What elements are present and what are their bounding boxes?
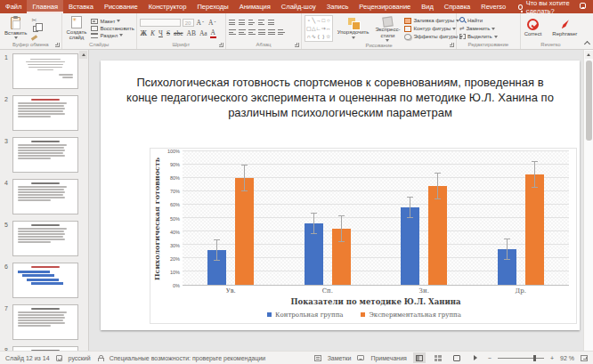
tab-рисование[interactable]: Рисование [99, 0, 143, 13]
quick-styles-button[interactable]: Экспресс-стили [373, 15, 402, 42]
zoom-slider-thumb[interactable] [533, 355, 536, 361]
slide-indicator[interactable]: Слайд 12 из 14 [5, 355, 50, 361]
layout-button[interactable]: Макет [91, 19, 134, 24]
line-spacing-button[interactable] [268, 20, 276, 27]
increase-font-icon[interactable]: Аˆ [196, 19, 206, 27]
find-button[interactable]: Найти [459, 17, 498, 23]
tab-файл[interactable]: Файл [0, 0, 27, 13]
dialog-launcher-icon[interactable] [295, 43, 299, 47]
star-shape-icon[interactable]: ☆ [326, 34, 330, 39]
notes-button[interactable]: Заметки [328, 355, 352, 361]
scrollbar-thumb[interactable] [586, 61, 592, 141]
oval-shape-icon[interactable]: ○ [327, 18, 330, 23]
right-brace-shape-icon[interactable]: } [322, 34, 324, 39]
slideshow-view-button[interactable] [469, 352, 482, 363]
tab-слайд-шоу[interactable]: Слайд-шоу [276, 0, 321, 13]
slide-thumbnail-8[interactable] [12, 346, 78, 351]
tell-me-search[interactable]: Что вы хотите сделать? [511, 0, 580, 13]
dialog-launcher-icon[interactable] [55, 43, 60, 47]
tab-запись[interactable]: Запись [321, 0, 354, 13]
bold-button[interactable]: Ж [140, 29, 148, 37]
reading-view-button[interactable] [451, 352, 463, 363]
strikethrough-abc-button[interactable]: abc [173, 29, 183, 37]
replace-button[interactable]: ⇄Заменить [459, 25, 498, 32]
tab-анимация[interactable]: Анимация [234, 0, 276, 13]
proofing-icon[interactable] [56, 355, 62, 361]
experimental-group-bar[interactable] [525, 174, 544, 286]
strikethrough-button[interactable]: S [166, 29, 171, 37]
tab-переходы[interactable]: Переходы [191, 0, 233, 13]
thumbnail-scroll-up[interactable] [79, 51, 87, 59]
reset-button[interactable]: Восстановить [91, 26, 134, 31]
bar-chart[interactable]: Психологическая готовность 0%10%20%30%40… [150, 148, 577, 324]
tab-главная[interactable]: Главная [27, 0, 63, 13]
bullets-button[interactable] [229, 20, 237, 27]
tab-вставка[interactable]: Вставка [63, 0, 99, 13]
shape-fill-button[interactable]: Заливка фигуры [404, 18, 463, 24]
slide-sorter-view-button[interactable] [432, 352, 444, 363]
slide-thumbnail-6[interactable] [12, 263, 78, 298]
select-shape-icon[interactable]: ▫ [308, 18, 310, 23]
control-group-bar[interactable] [401, 207, 419, 285]
reverso-correct-button[interactable]: Correct [523, 15, 544, 41]
zoom-level[interactable]: 92 % [560, 355, 574, 361]
columns-button[interactable] [268, 29, 276, 36]
slide-thumbnail-7[interactable] [12, 304, 78, 340]
scrollbar-up-button[interactable] [585, 51, 593, 59]
left-brace-shape-icon[interactable]: { [318, 34, 320, 39]
dialog-launcher-icon[interactable] [450, 43, 454, 47]
format-painter-icon[interactable] [31, 34, 37, 40]
font-color-button[interactable]: А [210, 28, 216, 38]
slide-thumbnail-3[interactable] [12, 137, 78, 173]
character-spacing-button[interactable]: АВ [185, 29, 196, 37]
underline-button[interactable]: Ч [158, 29, 164, 37]
editor-scrollbar[interactable] [583, 50, 593, 351]
comments-icon[interactable] [580, 3, 586, 9]
tab-конструктор[interactable]: Конструктор [143, 0, 192, 13]
align-right-button[interactable] [248, 29, 256, 36]
slide-thumbnail-2[interactable] [12, 95, 78, 131]
slide-thumbnail-5[interactable] [12, 221, 78, 256]
slide-editor-area[interactable]: Психологическая готовность спортсменов к… [89, 50, 593, 351]
current-slide-canvas[interactable]: Психологическая готовность спортсменов к… [101, 61, 580, 330]
section-button[interactable]: Раздел [91, 33, 134, 38]
slide-title[interactable]: Психологическая готовность спортсменов к… [124, 75, 556, 120]
arc-shape-icon[interactable]: ∩ [307, 34, 311, 39]
fit-to-window-icon[interactable] [581, 355, 588, 361]
align-center-button[interactable] [239, 29, 247, 36]
change-case-button[interactable]: Аа [199, 29, 208, 37]
accessibility-status[interactable]: Специальные возможности: проверьте реком… [110, 355, 266, 361]
shapes-gallery[interactable]: ▫╲→□○▢△∟⇒↔∩∿{}☆ [305, 15, 333, 42]
arrow-shape-icon[interactable]: → [316, 18, 321, 23]
left-right-arrow-shape-icon[interactable]: ↔ [326, 26, 331, 31]
arrange-button[interactable]: Упорядочить [336, 15, 371, 42]
dialog-launcher-icon[interactable] [219, 43, 223, 47]
zoom-out-button[interactable]: − [488, 355, 491, 361]
align-left-button[interactable] [229, 29, 237, 36]
rounded-rectangle-shape-icon[interactable]: ▢ [306, 26, 312, 31]
zoom-in-button[interactable]: + [550, 355, 554, 361]
justify-button[interactable] [258, 29, 266, 36]
tab-рецензирование[interactable]: Рецензирование [353, 0, 416, 13]
chart-plot-area[interactable] [183, 151, 569, 286]
slide-thumbnail-4[interactable] [12, 179, 78, 214]
slide-thumbnail-panel[interactable]: 12345678 [0, 50, 89, 351]
shape-effects-button[interactable]: Эффекты фигуры [404, 34, 463, 40]
font-name-input[interactable] [140, 19, 181, 27]
comments-button[interactable]: Примечания [370, 355, 406, 361]
scribble-shape-icon[interactable]: ∿ [312, 34, 316, 39]
slide-thumbnail-1[interactable] [12, 53, 78, 89]
tab-вид[interactable]: Вид [416, 0, 439, 13]
select-button[interactable]: Выделить [459, 34, 498, 39]
collapse-ribbon-button[interactable] [581, 13, 593, 49]
decrease-font-icon[interactable]: Аˇ [207, 19, 217, 27]
paste-button[interactable]: Вставить [3, 15, 28, 41]
tab-справка[interactable]: Справка [439, 0, 475, 13]
new-slide-button[interactable]: Создать слайд [65, 15, 89, 41]
experimental-group-bar[interactable] [428, 186, 447, 285]
experimental-group-bar[interactable] [235, 178, 254, 285]
rectangle-shape-icon[interactable]: □ [321, 18, 325, 23]
tab-reverso[interactable]: Reverso [475, 0, 511, 13]
line-shape-icon[interactable]: ╲ [312, 18, 315, 23]
decrease-indent-button[interactable] [248, 20, 256, 27]
